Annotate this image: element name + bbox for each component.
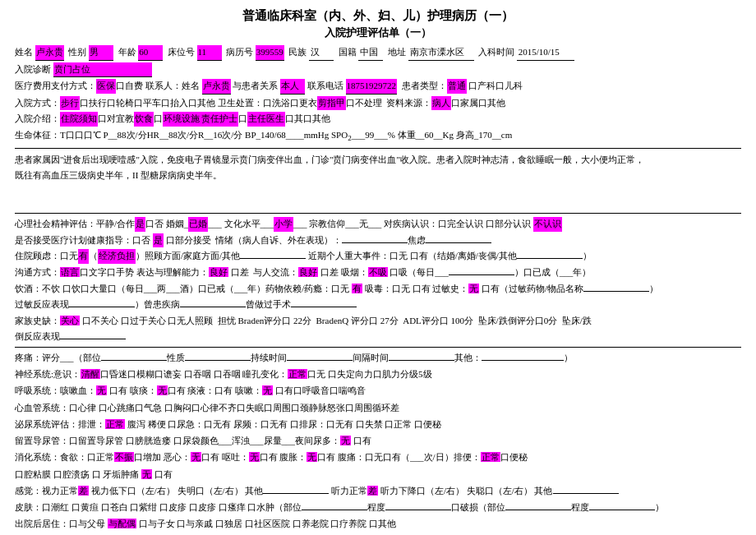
urinary-line: 泌尿系统评估：排泄：正常 腹泻 稀便 口尿急：口无有 尿频：口无有 口排尿：口无…	[15, 417, 741, 432]
insurance-row: 医疗费用支付方式： 医保口自费 联系人：姓名 卢永贵 与患者关系 本人 联系电话…	[15, 79, 741, 95]
notify-row: 入院介绍： 住院须知口对宜教 饮食口 环境设施 责任护士口 主任医生口其口其他	[15, 112, 741, 127]
skin-line: 皮肤：口潮红 口黄疸 口苍白 口紫绀 口皮疹 口皮疹 口瘙痒 口水肿（部位程度口…	[15, 500, 741, 515]
catheter-line: 留置导尿管：口留置导尿管 口膀胱造瘘 口尿袋颜色___浑浊___尿量___夜间尿…	[15, 433, 741, 449]
skin-sense-line: 感觉：视力正常差 视力低下口（左/右） 失明口（左/右） 其他 听力正常差 听力…	[15, 483, 741, 499]
discharge-plan-line: 出院后居住：口与父母 与配偶 口与子女 口与亲戚 口独居 口社区医院 口养老院 …	[15, 516, 741, 532]
residence-row: 住院顾虑：口无 有（经济负担）照顾方面/家庭方面/其他 近期个人重大事件：口无 …	[15, 249, 741, 264]
communication-row: 沟通方式：语言口文字口手势 表达与理解能力：良好 口差 与人交流：良好 口差 吸…	[15, 265, 741, 280]
neuro-line: 神经系统:意识：清醒口昏迷口模糊口谵妄 口吞咽 口吞咽 瞳孔变化：正常口无 口失…	[15, 367, 741, 382]
respiratory-line: 呼吸系统：咳嗽血：无 口有 咳痰：无口有 痰液：口有 咳嗽：无 口有口呼吸音口喘…	[15, 383, 741, 399]
admission-note: 患者家属因"进食后出现哽噎感"入院，免疫电子胃镜显示贲门病变伴出血，门诊"贲门病…	[15, 152, 741, 182]
oral-line: 口腔粘膜 口腔溃疡 口 牙垢肿痛 无 口有	[15, 467, 741, 482]
admission-method-row: 入院方式： 步行口扶行口轮椅口平车口抬入口其他 卫生处置：口洗浴口更衣 剪指甲口…	[15, 96, 741, 111]
page-title: 普通临床科室（内、外、妇、儿）护理病历（一）	[15, 8, 741, 24]
psych-eval-row: 心理社会精神评估：平静/合作 是口否 婚姻_ 已婚___ 文化水平___小学__…	[15, 217, 741, 232]
pain-line: 疼痛：评分___（部位性质持续时间间隔时间其他：）	[15, 350, 741, 366]
cardio-line: 心血管系统：口心律 口心跳痛口气急 口胸闷口心律不齐口失眠口周围口颈静脉怒张口周…	[15, 400, 741, 416]
digestive-line: 消化系统：食欲：口正常不振口增加 恶心：无口有 呕吐：无口有 腹胀：无口有 腹痛…	[15, 450, 741, 465]
patient-info-row1: 姓名 卢永贵 性别 男 年龄 60 床位号 11 病历号 399559 民族 汉…	[15, 45, 741, 61]
healthcare-guidance-row: 是否接受医疗计划健康指导：口否 是 口部分接受 情绪（病人自诉、外在表现）：焦虑	[15, 233, 741, 248]
fall-risk-row: 倒反应表现	[15, 330, 741, 344]
diet-row: 饮酒：不饮 口饮口大量口（每日___两___酒）口已戒（___年）药物依赖/药瘾…	[15, 282, 741, 297]
adverse-reaction-row: 过敏反应表现）曾患疾病曾做过手术	[15, 297, 741, 312]
diagnosis-row: 入院诊断 贲门占位	[15, 62, 741, 78]
family-history-row: 家族史缺：关心 口不关心 口过于关心 口无人照顾 担忧 Braden评分口 22…	[15, 314, 741, 329]
page-subtitle: 入院护理评估单（一）	[15, 25, 741, 40]
vitals-row: 生命体征：T口口口℃ P__88次/分HR__88次/分R__16次/分 BP_…	[15, 128, 741, 145]
